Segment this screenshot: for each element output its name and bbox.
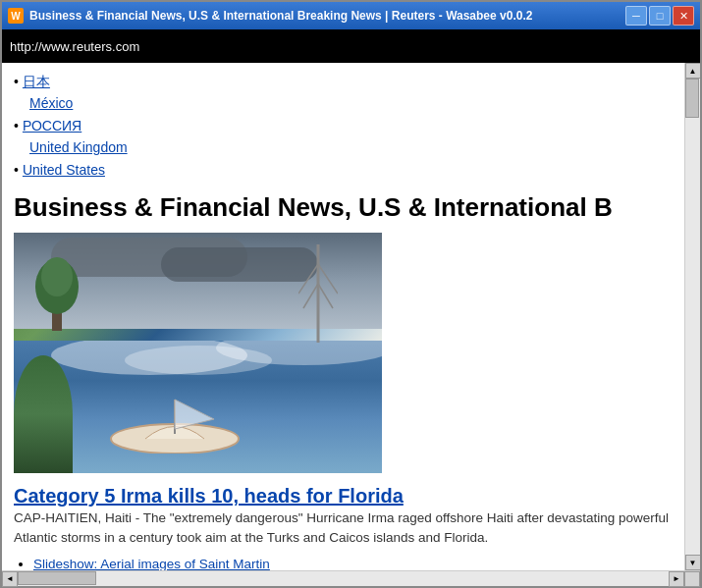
title-bar-left: W Business & Financial News, U.S & Inter…	[8, 8, 532, 24]
scroll-right-button[interactable]: ►	[669, 571, 684, 587]
nav-item-mexico: México	[14, 92, 673, 114]
scroll-left-button[interactable]: ◄	[2, 571, 18, 587]
image-scene	[14, 233, 382, 473]
bullet-us: •	[14, 159, 19, 181]
article-headline[interactable]: Category 5 Irma kills 10, heads for Flor…	[14, 485, 404, 507]
article-body: CAP-HAITIEN, Haiti - The "extremely dang…	[14, 508, 673, 549]
hero-image	[14, 233, 382, 473]
title-bar: W Business & Financial News, U.S & Inter…	[2, 2, 700, 29]
content-wrapper: • 日本 México • РОССИЯ United Kingdom • Un…	[2, 63, 700, 570]
article-link-item-1: Slideshow: Aerial images of Saint Martin	[33, 556, 673, 570]
nav-item-uk: United Kingdom	[14, 136, 673, 158]
nav-item-russia: • РОССИЯ	[14, 115, 673, 136]
window-title: Business & Financial News, U.S & Interna…	[29, 9, 532, 23]
bullet-russia: •	[14, 115, 19, 136]
h-scrollbar-thumb[interactable]	[18, 571, 96, 585]
nav-list: • 日本 México • РОССИЯ United Kingdom • Un…	[14, 71, 673, 181]
scrollbar-thumb[interactable]	[685, 79, 699, 118]
address-bar	[2, 29, 700, 63]
svg-point-9	[41, 257, 73, 296]
scrollbar-corner	[684, 571, 700, 587]
nav-link-mexico[interactable]: México	[29, 92, 73, 114]
trees-svg	[32, 252, 81, 331]
horizontal-scrollbar[interactable]: ◄ ►	[2, 570, 700, 586]
article-link-1[interactable]: Slideshow: Aerial images of Saint Martin	[33, 557, 270, 570]
browser-window: W Business & Financial News, U.S & Inter…	[0, 0, 702, 588]
nav-link-us[interactable]: United States	[23, 159, 105, 181]
vertical-scrollbar[interactable]: ▲ ▼	[684, 63, 700, 570]
tower-svg	[298, 244, 338, 343]
vegetation	[14, 355, 73, 473]
boat-svg	[106, 395, 243, 454]
nav-item-japan: • 日本	[14, 71, 673, 92]
svg-line-5	[303, 284, 318, 308]
scroll-up-button[interactable]: ▲	[685, 63, 701, 79]
browser-content: • 日本 México • РОССИЯ United Kingdom • Un…	[2, 63, 684, 570]
maximize-button[interactable]: □	[649, 6, 671, 26]
svg-line-6	[318, 284, 333, 308]
url-input[interactable]	[10, 39, 692, 54]
article-links: Slideshow: Aerial images of Saint Martin…	[33, 556, 673, 570]
scrollbar-track[interactable]	[685, 79, 700, 555]
bullet-japan: •	[14, 71, 19, 92]
nav-item-us: • United States	[14, 159, 673, 181]
window-controls: ─ □ ✕	[625, 6, 694, 26]
nav-link-japan[interactable]: 日本	[23, 71, 50, 92]
page-title: Business & Financial News, U.S & Interna…	[14, 192, 673, 223]
browser-icon: W	[8, 8, 24, 24]
cloud-2	[161, 247, 318, 282]
scroll-down-button[interactable]: ▼	[685, 555, 701, 570]
nav-link-russia[interactable]: РОССИЯ	[23, 115, 81, 136]
minimize-button[interactable]: ─	[625, 6, 647, 26]
close-button[interactable]: ✕	[673, 6, 694, 26]
nav-link-uk[interactable]: United Kingdom	[29, 136, 128, 158]
h-scrollbar-track[interactable]	[18, 571, 669, 586]
